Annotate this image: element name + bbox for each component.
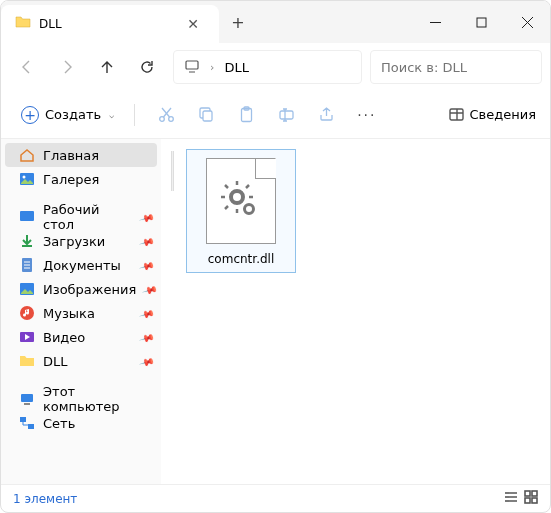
dll-file-icon	[206, 158, 276, 244]
svg-rect-13	[280, 111, 293, 119]
sidebar-label: DLL	[43, 354, 68, 369]
svg-rect-42	[532, 491, 537, 496]
music-icon	[19, 305, 35, 321]
forward-button[interactable]	[49, 49, 85, 85]
file-name: comcntr.dll	[191, 252, 291, 266]
up-button[interactable]	[89, 49, 125, 85]
breadcrumb-item[interactable]: DLL	[224, 60, 249, 75]
downloads-icon	[19, 233, 35, 249]
close-button[interactable]	[504, 1, 550, 43]
sidebar-item-network[interactable]: Сеть	[1, 411, 161, 435]
sidebar-item-documents[interactable]: Документы 📌	[1, 253, 161, 277]
sidebar-item-desktop[interactable]: Рабочий стол 📌	[1, 205, 161, 229]
chevron-right-icon: ›	[210, 61, 214, 74]
search-box[interactable]	[370, 50, 542, 84]
svg-rect-1	[477, 18, 486, 27]
address-bar[interactable]: › DLL	[173, 50, 362, 84]
sidebar-label: Видео	[43, 330, 85, 345]
svg-rect-44	[532, 498, 537, 503]
svg-line-37	[225, 206, 228, 209]
sidebar-item-downloads[interactable]: Загрузки 📌	[1, 229, 161, 253]
create-button[interactable]: + Создать ⌵	[15, 102, 120, 128]
folder-icon	[15, 14, 31, 34]
new-tab-button[interactable]: +	[219, 1, 257, 43]
create-label: Создать	[45, 107, 101, 122]
details-button[interactable]: Сведения	[449, 107, 537, 122]
videos-icon	[19, 329, 35, 345]
share-button[interactable]	[309, 98, 343, 132]
sidebar-label: Музыка	[43, 306, 95, 321]
active-tab[interactable]: DLL ✕	[1, 5, 219, 43]
pc-icon	[184, 58, 200, 77]
chevron-down-icon: ⌵	[109, 110, 114, 120]
documents-icon	[19, 257, 35, 273]
svg-point-7	[168, 117, 173, 122]
sidebar-label: Загрузки	[43, 234, 105, 249]
sidebar: Главная Галерея Рабочий стол 📌 Загрузки …	[1, 139, 161, 484]
sidebar-item-music[interactable]: Музыка 📌	[1, 301, 161, 325]
sidebar-label: Этот компьютер	[43, 384, 153, 414]
svg-point-6	[159, 117, 164, 122]
refresh-button[interactable]	[129, 49, 165, 85]
sidebar-label: Галерея	[43, 172, 99, 187]
svg-rect-29	[20, 417, 26, 422]
details-label: Сведения	[470, 107, 537, 122]
sidebar-item-home[interactable]: Главная	[5, 143, 157, 167]
sidebar-item-videos[interactable]: Видео 📌	[1, 325, 161, 349]
file-pane[interactable]: comcntr.dll	[161, 139, 550, 484]
sidebar-label: Изображения	[43, 282, 136, 297]
svg-rect-27	[21, 394, 33, 402]
drag-handle[interactable]	[171, 151, 174, 191]
pictures-icon	[19, 281, 35, 297]
minimize-button[interactable]	[412, 1, 458, 43]
pin-icon: 📌	[139, 233, 155, 249]
sidebar-item-pictures[interactable]: Изображения 📌	[1, 277, 161, 301]
svg-rect-4	[186, 61, 198, 69]
svg-line-9	[162, 108, 170, 117]
svg-point-18	[23, 176, 26, 179]
view-list-button[interactable]	[504, 490, 518, 507]
sidebar-label: Сеть	[43, 416, 75, 431]
tab-close-button[interactable]: ✕	[181, 14, 205, 34]
pin-icon: 📌	[139, 329, 155, 345]
status-count: 1 элемент	[13, 492, 77, 506]
sidebar-label: Документы	[43, 258, 121, 273]
svg-rect-41	[525, 491, 530, 496]
svg-rect-10	[203, 111, 212, 121]
more-button[interactable]: ···	[349, 107, 384, 123]
pin-icon: 📌	[139, 353, 155, 369]
paste-button[interactable]	[229, 98, 263, 132]
pin-icon: 📌	[139, 305, 155, 321]
svg-line-35	[225, 185, 228, 188]
plus-icon: +	[21, 106, 39, 124]
gallery-icon	[19, 171, 35, 187]
pin-icon: 📌	[142, 281, 158, 297]
copy-button[interactable]	[189, 98, 223, 132]
pin-icon: 📌	[139, 209, 155, 225]
pin-icon: 📌	[139, 257, 155, 273]
svg-rect-28	[24, 403, 30, 405]
pc-icon	[19, 391, 35, 407]
svg-rect-19	[20, 211, 34, 221]
maximize-button[interactable]	[458, 1, 504, 43]
home-icon	[19, 147, 35, 163]
svg-rect-43	[525, 498, 530, 503]
desktop-icon	[19, 209, 35, 225]
network-icon	[19, 415, 35, 431]
cut-button[interactable]	[149, 98, 183, 132]
view-grid-button[interactable]	[524, 490, 538, 507]
sidebar-item-gallery[interactable]: Галерея	[1, 167, 161, 191]
rename-button[interactable]	[269, 98, 303, 132]
svg-line-36	[246, 185, 249, 188]
folder-icon	[19, 353, 35, 369]
svg-line-8	[163, 108, 171, 117]
sidebar-item-dll[interactable]: DLL 📌	[1, 349, 161, 373]
sidebar-label: Рабочий стол	[43, 202, 133, 232]
back-button[interactable]	[9, 49, 45, 85]
sidebar-label: Главная	[43, 148, 99, 163]
search-input[interactable]	[381, 60, 531, 75]
separator	[134, 104, 135, 126]
tab-title: DLL	[39, 17, 173, 31]
file-item[interactable]: comcntr.dll	[186, 149, 296, 273]
sidebar-item-thispc[interactable]: Этот компьютер	[1, 387, 161, 411]
